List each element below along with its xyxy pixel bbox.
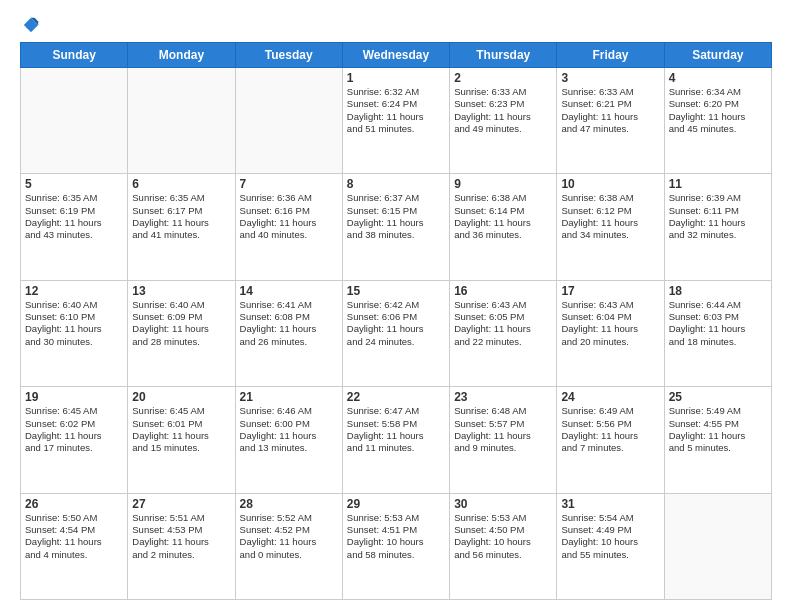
calendar-cell: 14Sunrise: 6:41 AMSunset: 6:08 PMDayligh… (235, 280, 342, 386)
calendar-cell: 19Sunrise: 6:45 AMSunset: 6:02 PMDayligh… (21, 387, 128, 493)
day-info-line: and 55 minutes. (561, 549, 659, 561)
day-info-line: and 56 minutes. (454, 549, 552, 561)
day-info-line: Daylight: 10 hours (347, 536, 445, 548)
day-info-line: Sunrise: 6:32 AM (347, 86, 445, 98)
calendar-week-row: 1Sunrise: 6:32 AMSunset: 6:24 PMDaylight… (21, 68, 772, 174)
day-info-line: Daylight: 11 hours (454, 111, 552, 123)
calendar-cell: 16Sunrise: 6:43 AMSunset: 6:05 PMDayligh… (450, 280, 557, 386)
day-info-line: and 32 minutes. (669, 229, 767, 241)
day-info-line: Sunset: 6:09 PM (132, 311, 230, 323)
day-info-line: and 9 minutes. (454, 442, 552, 454)
day-info-line: Sunset: 5:58 PM (347, 418, 445, 430)
day-info-line: and 20 minutes. (561, 336, 659, 348)
day-info-line: Sunset: 6:00 PM (240, 418, 338, 430)
day-info-line: Sunrise: 6:39 AM (669, 192, 767, 204)
calendar-week-row: 26Sunrise: 5:50 AMSunset: 4:54 PMDayligh… (21, 493, 772, 599)
day-number: 18 (669, 284, 767, 298)
day-info-line: and 47 minutes. (561, 123, 659, 135)
day-header-thursday: Thursday (450, 43, 557, 68)
calendar-cell: 22Sunrise: 6:47 AMSunset: 5:58 PMDayligh… (342, 387, 449, 493)
day-info-line: Sunrise: 6:49 AM (561, 405, 659, 417)
day-info-line: and 17 minutes. (25, 442, 123, 454)
day-info-line: Daylight: 11 hours (454, 323, 552, 335)
day-info-line: and 2 minutes. (132, 549, 230, 561)
day-number: 7 (240, 177, 338, 191)
day-number: 19 (25, 390, 123, 404)
day-number: 8 (347, 177, 445, 191)
day-info-line: Daylight: 11 hours (347, 217, 445, 229)
day-info-line: and 18 minutes. (669, 336, 767, 348)
logo-icon (22, 16, 40, 34)
day-number: 2 (454, 71, 552, 85)
day-number: 3 (561, 71, 659, 85)
day-info-line: Sunset: 4:53 PM (132, 524, 230, 536)
day-info-line: Sunrise: 6:40 AM (25, 299, 123, 311)
day-info-line: and 0 minutes. (240, 549, 338, 561)
calendar-cell: 9Sunrise: 6:38 AMSunset: 6:14 PMDaylight… (450, 174, 557, 280)
day-number: 12 (25, 284, 123, 298)
day-info-line: Sunrise: 6:43 AM (454, 299, 552, 311)
calendar-table: SundayMondayTuesdayWednesdayThursdayFrid… (20, 42, 772, 600)
day-info-line: Daylight: 11 hours (240, 217, 338, 229)
day-info-line: Sunset: 6:21 PM (561, 98, 659, 110)
day-info-line: Daylight: 11 hours (347, 111, 445, 123)
day-number: 11 (669, 177, 767, 191)
day-info-line: Sunset: 6:03 PM (669, 311, 767, 323)
day-number: 27 (132, 497, 230, 511)
day-info-line: and 30 minutes. (25, 336, 123, 348)
day-number: 17 (561, 284, 659, 298)
day-info-line: Sunset: 6:23 PM (454, 98, 552, 110)
calendar-cell: 15Sunrise: 6:42 AMSunset: 6:06 PMDayligh… (342, 280, 449, 386)
day-info-line: and 41 minutes. (132, 229, 230, 241)
day-info-line: Sunset: 4:50 PM (454, 524, 552, 536)
calendar-cell: 21Sunrise: 6:46 AMSunset: 6:00 PMDayligh… (235, 387, 342, 493)
calendar-week-row: 12Sunrise: 6:40 AMSunset: 6:10 PMDayligh… (21, 280, 772, 386)
day-info-line: and 28 minutes. (132, 336, 230, 348)
day-number: 1 (347, 71, 445, 85)
day-number: 24 (561, 390, 659, 404)
day-info-line: and 22 minutes. (454, 336, 552, 348)
day-info-line: Sunset: 6:20 PM (669, 98, 767, 110)
day-info-line: and 34 minutes. (561, 229, 659, 241)
day-info-line: and 15 minutes. (132, 442, 230, 454)
header (20, 16, 772, 34)
calendar-week-row: 19Sunrise: 6:45 AMSunset: 6:02 PMDayligh… (21, 387, 772, 493)
day-info-line: and 7 minutes. (561, 442, 659, 454)
day-info-line: Sunrise: 6:38 AM (454, 192, 552, 204)
day-info-line: Sunset: 4:55 PM (669, 418, 767, 430)
calendar-cell: 26Sunrise: 5:50 AMSunset: 4:54 PMDayligh… (21, 493, 128, 599)
day-info-line: and 38 minutes. (347, 229, 445, 241)
day-header-monday: Monday (128, 43, 235, 68)
day-info-line: Daylight: 11 hours (561, 111, 659, 123)
calendar-cell: 18Sunrise: 6:44 AMSunset: 6:03 PMDayligh… (664, 280, 771, 386)
day-header-friday: Friday (557, 43, 664, 68)
calendar-cell: 24Sunrise: 6:49 AMSunset: 5:56 PMDayligh… (557, 387, 664, 493)
day-number: 31 (561, 497, 659, 511)
day-number: 28 (240, 497, 338, 511)
day-info-line: Sunrise: 6:33 AM (561, 86, 659, 98)
day-number: 5 (25, 177, 123, 191)
calendar-cell: 27Sunrise: 5:51 AMSunset: 4:53 PMDayligh… (128, 493, 235, 599)
calendar-cell: 29Sunrise: 5:53 AMSunset: 4:51 PMDayligh… (342, 493, 449, 599)
day-info-line: Sunset: 5:57 PM (454, 418, 552, 430)
calendar-cell: 4Sunrise: 6:34 AMSunset: 6:20 PMDaylight… (664, 68, 771, 174)
day-info-line: Sunset: 6:15 PM (347, 205, 445, 217)
day-number: 9 (454, 177, 552, 191)
day-info-line: Daylight: 11 hours (669, 217, 767, 229)
day-header-saturday: Saturday (664, 43, 771, 68)
day-info-line: Daylight: 11 hours (25, 323, 123, 335)
calendar-cell: 8Sunrise: 6:37 AMSunset: 6:15 PMDaylight… (342, 174, 449, 280)
day-info-line: Sunrise: 6:38 AM (561, 192, 659, 204)
day-info-line: Sunrise: 6:45 AM (132, 405, 230, 417)
day-info-line: Sunset: 4:51 PM (347, 524, 445, 536)
day-info-line: Sunrise: 6:47 AM (347, 405, 445, 417)
day-info-line: Daylight: 11 hours (561, 323, 659, 335)
day-info-line: and 43 minutes. (25, 229, 123, 241)
day-info-line: Sunset: 4:54 PM (25, 524, 123, 536)
day-info-line: Daylight: 11 hours (240, 430, 338, 442)
day-info-line: Sunset: 6:02 PM (25, 418, 123, 430)
day-info-line: Sunrise: 6:44 AM (669, 299, 767, 311)
page: SundayMondayTuesdayWednesdayThursdayFrid… (0, 0, 792, 612)
day-info-line: Sunset: 6:24 PM (347, 98, 445, 110)
day-number: 20 (132, 390, 230, 404)
